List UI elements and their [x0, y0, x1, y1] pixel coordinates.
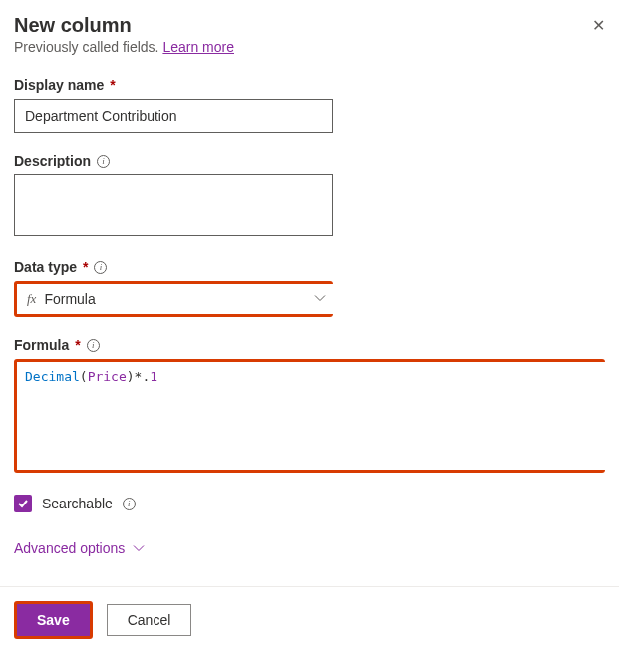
info-icon[interactable]: i: [87, 339, 100, 352]
description-input[interactable]: [14, 174, 333, 236]
searchable-label: Searchable: [42, 496, 113, 511]
info-icon[interactable]: i: [97, 155, 110, 168]
required-indicator: *: [110, 77, 115, 93]
advanced-options-toggle[interactable]: Advanced options: [14, 540, 605, 556]
data-type-select[interactable]: fx Formula: [17, 284, 336, 314]
description-label: Description: [14, 153, 91, 168]
panel-subtitle: Previously called fields. Learn more: [14, 39, 234, 55]
panel-title: New column: [14, 14, 234, 37]
cancel-button[interactable]: Cancel: [107, 604, 192, 636]
close-icon[interactable]: ✕: [592, 16, 605, 35]
display-name-input[interactable]: [14, 99, 333, 133]
info-icon[interactable]: i: [94, 261, 107, 274]
save-button[interactable]: Save: [17, 604, 90, 636]
display-name-label: Display name: [14, 77, 104, 93]
data-type-label: Data type: [14, 259, 77, 275]
chevron-down-icon: [314, 291, 326, 307]
data-type-value: Formula: [44, 291, 95, 307]
subtitle-text: Previously called fields.: [14, 39, 162, 55]
required-indicator: *: [83, 259, 88, 275]
searchable-checkbox[interactable]: [14, 495, 32, 512]
formula-input[interactable]: Decimal(Price)*.1: [17, 362, 615, 470]
advanced-options-label: Advanced options: [14, 540, 125, 556]
learn-more-link[interactable]: Learn more: [162, 39, 234, 55]
fx-icon: fx: [27, 291, 36, 307]
formula-label: Formula: [14, 337, 69, 353]
info-icon[interactable]: i: [123, 498, 136, 510]
required-indicator: *: [75, 337, 80, 353]
chevron-down-icon: [133, 542, 145, 554]
